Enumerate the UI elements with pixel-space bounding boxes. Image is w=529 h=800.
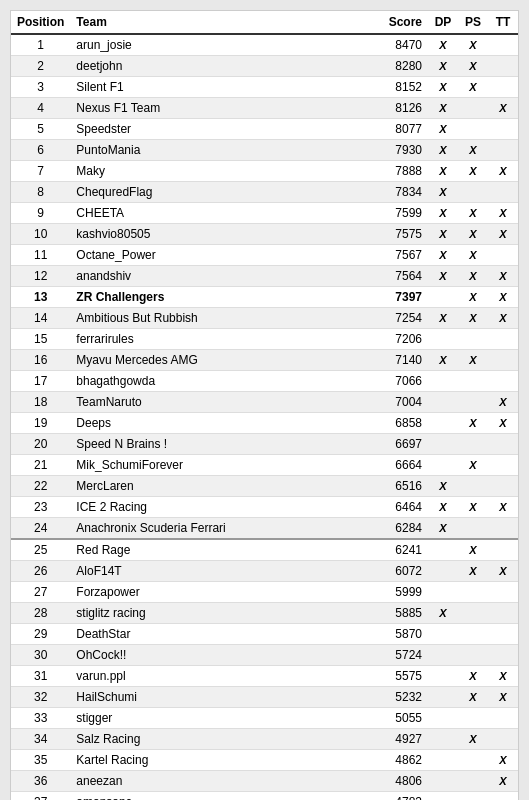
dp-cell (428, 729, 458, 750)
position-header: Position (11, 11, 70, 34)
position-cell: 32 (11, 687, 70, 708)
dp-cell (428, 708, 458, 729)
team-cell: ferrarirules (70, 329, 373, 350)
tt-cell: X (488, 161, 518, 182)
dp-cell (428, 687, 458, 708)
tt-cell: X (488, 771, 518, 792)
team-cell: Kartel Racing (70, 750, 373, 771)
score-cell: 5055 (373, 708, 428, 729)
dp-cell: X (428, 182, 458, 203)
ps-cell: X (458, 56, 488, 77)
table-row: 22MercLaren6516X (11, 476, 518, 497)
tt-cell (488, 77, 518, 98)
dp-cell (428, 792, 458, 801)
team-cell: Nexus F1 Team (70, 98, 373, 119)
team-cell: Red Rage (70, 539, 373, 561)
team-cell: CHEETA (70, 203, 373, 224)
ps-cell: X (458, 729, 488, 750)
score-cell: 4862 (373, 750, 428, 771)
dp-cell: X (428, 140, 458, 161)
tt-cell: X (488, 750, 518, 771)
dp-cell: X (428, 77, 458, 98)
tt-cell: X (488, 224, 518, 245)
team-cell: OhCock!! (70, 645, 373, 666)
team-cell: DeathStar (70, 624, 373, 645)
tt-cell (488, 645, 518, 666)
position-cell: 37 (11, 792, 70, 801)
dp-cell: X (428, 56, 458, 77)
dp-cell (428, 561, 458, 582)
score-cell: 6241 (373, 539, 428, 561)
position-cell: 23 (11, 497, 70, 518)
score-cell: 5870 (373, 624, 428, 645)
dp-cell (428, 455, 458, 476)
table-row: 16Myavu Mercedes AMG7140XX (11, 350, 518, 371)
team-cell: AloF14T (70, 561, 373, 582)
position-cell: 26 (11, 561, 70, 582)
position-cell: 4 (11, 98, 70, 119)
ps-cell (458, 182, 488, 203)
table-row: 10kashvio805057575XXX (11, 224, 518, 245)
ps-cell: X (458, 666, 488, 687)
dp-cell (428, 624, 458, 645)
position-cell: 28 (11, 603, 70, 624)
score-cell: 7575 (373, 224, 428, 245)
table-row: 2deetjohn8280XX (11, 56, 518, 77)
team-cell: Speed N Brains ! (70, 434, 373, 455)
team-cell: aneezan (70, 771, 373, 792)
score-cell: 7004 (373, 392, 428, 413)
table-row: 3Silent F18152XX (11, 77, 518, 98)
dp-cell (428, 392, 458, 413)
ps-cell (458, 792, 488, 801)
position-cell: 18 (11, 392, 70, 413)
main-container: Position Team Score DP PS TT 1arun_josie… (10, 10, 519, 800)
team-cell: stigger (70, 708, 373, 729)
tt-cell (488, 329, 518, 350)
position-cell: 35 (11, 750, 70, 771)
score-cell: 6516 (373, 476, 428, 497)
tt-cell: X (488, 308, 518, 329)
table-row: 29DeathStar5870 (11, 624, 518, 645)
tt-cell (488, 455, 518, 476)
ps-cell (458, 645, 488, 666)
table-row: 36aneezan4806X (11, 771, 518, 792)
team-cell: arun_josie (70, 34, 373, 56)
position-cell: 14 (11, 308, 70, 329)
position-cell: 19 (11, 413, 70, 434)
position-cell: 3 (11, 77, 70, 98)
ps-cell: X (458, 497, 488, 518)
ps-cell (458, 371, 488, 392)
tt-cell (488, 708, 518, 729)
position-cell: 7 (11, 161, 70, 182)
table-row: 26AloF14T6072XX (11, 561, 518, 582)
ps-cell: X (458, 140, 488, 161)
position-cell: 29 (11, 624, 70, 645)
ps-cell: X (458, 266, 488, 287)
table-row: 9CHEETA7599XXX (11, 203, 518, 224)
position-cell: 36 (11, 771, 70, 792)
score-cell: 6464 (373, 497, 428, 518)
ps-cell: X (458, 561, 488, 582)
dp-cell (428, 413, 458, 434)
tt-cell (488, 434, 518, 455)
dp-cell: X (428, 308, 458, 329)
ps-cell: X (458, 161, 488, 182)
position-cell: 27 (11, 582, 70, 603)
table-row: 8ChequredFlag7834X (11, 182, 518, 203)
tt-cell (488, 34, 518, 56)
table-row: 1arun_josie8470XX (11, 34, 518, 56)
position-cell: 9 (11, 203, 70, 224)
score-header: Score (373, 11, 428, 34)
tt-cell (488, 350, 518, 371)
tt-cell: X (488, 287, 518, 308)
dp-cell (428, 371, 458, 392)
team-cell: Salz Racing (70, 729, 373, 750)
tt-cell: X (488, 561, 518, 582)
score-cell: 7888 (373, 161, 428, 182)
team-cell: ICE 2 Racing (70, 497, 373, 518)
table-row: 37amansanc4783 (11, 792, 518, 801)
ps-cell (458, 750, 488, 771)
ps-cell: X (458, 350, 488, 371)
tt-cell (488, 624, 518, 645)
team-cell: TeamNaruto (70, 392, 373, 413)
